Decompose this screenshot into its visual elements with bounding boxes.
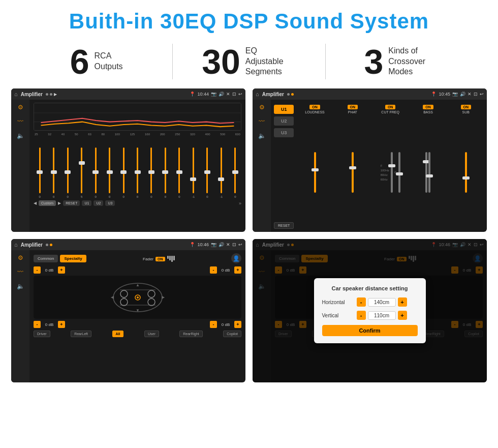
dialog-vertical-minus[interactable]: - [357, 311, 366, 320]
phat-slider[interactable] [352, 152, 354, 193]
eq-track-25[interactable] [39, 147, 41, 193]
btn-rearright[interactable]: RearRight [179, 331, 203, 337]
person-icon[interactable]: 👤 [231, 253, 241, 263]
eq-track-320[interactable] [193, 147, 194, 193]
eq-track-500[interactable] [221, 147, 222, 193]
cutfreq-slider-f[interactable] [391, 152, 393, 193]
speaker-icon-3[interactable]: 🔈 [17, 283, 24, 290]
home-icon-3[interactable]: ⌂ [14, 242, 18, 248]
screen2-title: Amplifier [262, 92, 284, 97]
eq-track-80[interactable] [109, 147, 110, 193]
cutfreq-label: CUT FREQ [381, 110, 399, 114]
eq-track-63[interactable] [95, 147, 97, 193]
vol-rl-minus[interactable]: - [34, 321, 41, 328]
screen3-sidebar: ⚙ 〰 🔈 [11, 250, 29, 382]
back-icon-3[interactable]: ↩ [238, 242, 242, 247]
vol-fl-minus[interactable]: - [34, 266, 41, 274]
stat-divider-2 [325, 44, 326, 79]
btn-all[interactable]: All [112, 331, 124, 337]
wave-icon-2[interactable]: 〰 [259, 118, 265, 125]
tab-common[interactable]: Common [34, 255, 58, 262]
eq-track-125[interactable] [137, 147, 138, 193]
home-icon[interactable]: ⌂ [14, 91, 18, 97]
eq-more-btn[interactable]: » [239, 201, 241, 206]
eq-track-100[interactable] [123, 147, 124, 193]
eq-col-125 [131, 147, 143, 193]
eq-next[interactable]: ▶ [58, 201, 61, 205]
back-icon-2[interactable]: ↩ [480, 92, 484, 97]
xover-u3[interactable]: U3 [274, 128, 294, 137]
eq-track-400[interactable] [206, 147, 208, 193]
vol-fr-minus[interactable]: - [210, 266, 217, 274]
xover-u1[interactable]: U1 [274, 105, 294, 114]
eq-track-200[interactable] [165, 147, 166, 193]
x-icon: ✕ [226, 92, 230, 97]
speaker-icon-2[interactable]: 🔈 [258, 132, 266, 139]
dialog-horizontal-value: 140cm [368, 298, 396, 307]
dialog-vertical-plus[interactable]: + [398, 311, 407, 320]
eq-col-200 [159, 147, 171, 193]
eq-icon[interactable]: ⚙ [18, 104, 23, 111]
eq-track-630[interactable] [234, 147, 236, 193]
screen1-content: ⚙ 〰 🔈 [11, 100, 245, 232]
btn-driver[interactable]: Driver [34, 331, 50, 337]
eq-track-160[interactable] [150, 147, 152, 193]
stat-eq-label: EQ Adjustable Segments [245, 46, 296, 77]
cutfreq-slider-g[interactable] [398, 152, 400, 193]
vol-fr-plus[interactable]: + [234, 266, 241, 274]
speaker-icon[interactable]: 🔈 [17, 132, 24, 139]
eq-reset-btn[interactable]: RESET [63, 200, 80, 206]
loudness-on[interactable]: ON [309, 105, 320, 109]
bass-slider-g[interactable] [428, 152, 430, 193]
btn-rearleft[interactable]: RearLeft [71, 331, 91, 337]
loudness-slider[interactable] [314, 152, 316, 193]
eq-icon-3[interactable]: ⚙ [18, 254, 23, 261]
eq-prev[interactable]: ◀ [34, 201, 37, 205]
eq-u2-btn[interactable]: U2 [94, 200, 103, 206]
xover-u2[interactable]: U2 [274, 116, 294, 126]
status-dots-3 [46, 244, 52, 246]
eq-track-40[interactable] [67, 147, 69, 193]
location-icon-2: 📍 [431, 92, 437, 97]
wave-icon[interactable]: 〰 [17, 118, 23, 125]
eq-preset-custom[interactable]: Custom [39, 200, 56, 206]
dialog-horizontal-plus[interactable]: + [398, 297, 407, 307]
tab-specialty[interactable]: Specialty [60, 255, 86, 262]
vol-fl-plus[interactable]: + [58, 266, 65, 274]
vol-rr-plus[interactable]: + [234, 321, 241, 328]
eq-col-50 [75, 147, 87, 193]
fader-on-badge[interactable]: ON [155, 257, 165, 261]
phat-on[interactable]: ON [348, 105, 358, 109]
dialog-horizontal-minus[interactable]: - [357, 297, 366, 307]
xover-col-loudness: ON LOUDNESS [297, 105, 332, 229]
back-icon-1[interactable]: ↩ [238, 92, 242, 97]
screen2-content: ⚙ 〰 🔈 U1 U2 U3 RESET ON LOUDNESS [253, 100, 487, 232]
btn-copilot[interactable]: Copilot [223, 331, 241, 337]
btn-user[interactable]: User [144, 331, 159, 337]
bottom-buttons: Driver RearLeft All User RearRight Copil… [34, 331, 241, 337]
eq-icon-2[interactable]: ⚙ [259, 104, 265, 111]
wave-icon-3[interactable]: 〰 [17, 268, 23, 276]
vol-rr-minus[interactable]: - [210, 321, 217, 328]
eq-track-250[interactable] [178, 147, 180, 193]
eq-val-100: 0 [117, 195, 130, 198]
eq-u1-btn[interactable]: U1 [82, 200, 91, 206]
eq-track-50[interactable] [81, 147, 82, 193]
xover-channels: U1 U2 U3 RESET [274, 103, 294, 229]
eq-u3-btn[interactable]: U3 [105, 200, 115, 206]
home-icon-2[interactable]: ⌂ [256, 91, 259, 97]
vol-rl-plus[interactable]: + [58, 321, 65, 328]
bass-slider-f[interactable] [425, 152, 427, 193]
sub-on[interactable]: ON [461, 105, 472, 109]
time-3: 10:46 [197, 242, 209, 247]
xover-reset[interactable]: RESET [274, 222, 294, 229]
confirm-button[interactable]: Confirm [322, 325, 418, 336]
volume-icon-3: 🔊 [219, 242, 224, 247]
bass-on[interactable]: ON [423, 105, 433, 109]
cutfreq-on[interactable]: ON [385, 105, 396, 109]
eq-thumb-80 [107, 170, 113, 174]
vol-fr-value: 0 dB [219, 268, 233, 273]
sub-slider[interactable] [465, 152, 467, 193]
eq-col-250 [173, 147, 185, 193]
eq-track-32[interactable] [53, 147, 54, 193]
